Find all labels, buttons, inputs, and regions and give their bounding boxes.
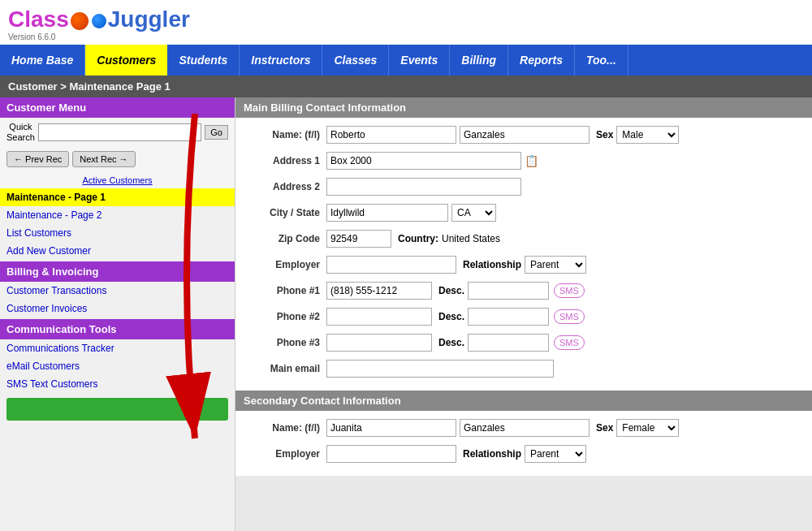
phone2-input[interactable]: [326, 308, 432, 326]
city-input[interactable]: [326, 204, 448, 222]
breadcrumb: Customer > Maintenance Page 1: [0, 76, 812, 97]
secondary-employer-label: Employer: [245, 448, 326, 460]
desc1-label: Desc.: [438, 285, 464, 296]
billing-invoicing-header: Billing & Invoicing: [0, 261, 235, 282]
prev-rec-button[interactable]: ← Prev Rec: [6, 151, 69, 167]
sidebar-link-customer-transactions[interactable]: Customer Transactions: [0, 282, 235, 300]
next-rec-button[interactable]: Next Rec →: [72, 151, 135, 167]
nav-instructors[interactable]: Instructors: [240, 45, 322, 76]
comm-tools-header: Communication Tools: [0, 319, 235, 339]
country-label: Country:: [398, 233, 438, 244]
sex-select[interactable]: Male Female Unknown: [616, 126, 679, 144]
nav-events[interactable]: Events: [389, 45, 450, 76]
phone3-label: Phone #3: [245, 337, 326, 348]
secondary-name-row: Name: (f/l) Sex Male Female Unknown: [245, 417, 802, 438]
secondary-relationship-label: Relationship: [463, 448, 521, 460]
sms3-button[interactable]: SMS: [554, 335, 585, 350]
sidebar-link-list-customers[interactable]: List Customers: [0, 224, 235, 242]
sidebar-link-maintenance1[interactable]: Maintenance - Page 1: [0, 188, 235, 206]
country-value: United States: [442, 233, 500, 244]
sidebar-link-customer-invoices[interactable]: Customer Invoices: [0, 300, 235, 317]
address-book-icon[interactable]: 📋: [525, 154, 538, 167]
employer-row: Employer Relationship Parent Guardian Se…: [245, 254, 802, 275]
phone2-desc-input[interactable]: [468, 308, 549, 326]
nav-reports[interactable]: Reports: [508, 45, 575, 76]
sms1-button[interactable]: SMS: [554, 283, 585, 298]
quick-search-button[interactable]: Go: [205, 125, 228, 140]
sidebar-link-add-customer[interactable]: Add New Customer: [0, 242, 235, 260]
relationship-select[interactable]: Parent Guardian Self Other: [525, 256, 586, 274]
bottom-green-button[interactable]: [6, 398, 228, 421]
logo-ball-icon: [71, 12, 89, 30]
name-label: Name: (f/l): [245, 129, 326, 140]
address2-row: Address 2: [245, 176, 802, 197]
secondary-sex-label: Sex: [596, 422, 613, 434]
phone2-row: Phone #2 Desc. SMS: [245, 306, 802, 327]
city-state-row: City / State CA NY TX: [245, 202, 802, 223]
secondary-sex-select[interactable]: Male Female Unknown: [616, 419, 679, 437]
employer-input[interactable]: [326, 256, 456, 274]
sidebar-link-email-customers[interactable]: eMail Customers: [0, 357, 235, 375]
active-customers-link[interactable]: Active Customers: [0, 171, 235, 188]
zip-label: Zip Code: [245, 233, 326, 244]
logo-text: ClassJuggler: [8, 6, 190, 32]
secondary-relationship-select[interactable]: Parent Guardian Self Other: [525, 445, 586, 463]
nav-tools[interactable]: Too...: [575, 45, 628, 76]
email-label: Main email: [245, 363, 326, 374]
phone1-input[interactable]: [326, 282, 432, 300]
main-billing-header: Main Billing Contact Information: [235, 97, 812, 118]
secondary-contact-form: Name: (f/l) Sex Male Female Unknown Empl…: [235, 411, 812, 476]
relationship-label: Relationship: [463, 259, 521, 270]
active-customers-anchor[interactable]: Active Customers: [82, 175, 152, 185]
secondary-name-label: Name: (f/l): [245, 422, 326, 434]
logo-ball2-icon: [92, 14, 106, 28]
phone3-desc-input[interactable]: [468, 334, 549, 352]
version-text: Version 6.6.0: [8, 32, 190, 41]
city-state-label: City / State: [245, 207, 326, 218]
main-content: Main Billing Contact Information Name: (…: [235, 97, 812, 531]
sms2-button[interactable]: SMS: [554, 309, 585, 324]
zip-country-row: Zip Code Country: United States: [245, 228, 802, 249]
sidebar: Customer Menu QuickSearch Go ← Prev Rec …: [0, 97, 235, 531]
secondary-last-name-input[interactable]: [460, 419, 590, 437]
customer-menu-header: Customer Menu: [0, 97, 235, 118]
main-layout: Customer Menu QuickSearch Go ← Prev Rec …: [0, 97, 812, 531]
zip-input[interactable]: [326, 230, 391, 248]
nav-billing[interactable]: Billing: [450, 45, 508, 76]
desc2-label: Desc.: [438, 311, 464, 322]
sidebar-link-sms-customers[interactable]: SMS Text Customers: [0, 375, 235, 393]
quick-search-input[interactable]: [38, 123, 201, 141]
secondary-first-name-input[interactable]: [326, 419, 456, 437]
secondary-employer-row: Employer Relationship Parent Guardian Se…: [245, 443, 802, 464]
name-row: Name: (f/l) Sex Male Female Unknown: [245, 124, 802, 145]
email-input[interactable]: [326, 360, 554, 378]
state-select[interactable]: CA NY TX: [451, 204, 496, 222]
first-name-input[interactable]: [326, 126, 456, 144]
nav-classes[interactable]: Classes: [322, 45, 389, 76]
phone3-row: Phone #3 Desc. SMS: [245, 332, 802, 353]
address2-label: Address 2: [245, 181, 326, 192]
nav-buttons-row: ← Prev Rec Next Rec →: [0, 147, 235, 171]
phone3-input[interactable]: [326, 334, 432, 352]
sex-label: Sex: [596, 129, 613, 140]
address2-input[interactable]: [326, 178, 521, 196]
app-header: ClassJuggler Version 6.6.0: [0, 0, 812, 45]
sidebar-link-maintenance2[interactable]: Maintenance - Page 2: [0, 206, 235, 224]
main-billing-form: Name: (f/l) Sex Male Female Unknown Addr…: [235, 118, 812, 391]
sidebar-link-comm-tracker[interactable]: Communications Tracker: [0, 339, 235, 357]
phone1-label: Phone #1: [245, 285, 326, 296]
quick-search-label: QuickSearch: [6, 122, 35, 143]
phone1-desc-input[interactable]: [468, 282, 549, 300]
secondary-contact-header: Secondary Contact Information: [235, 391, 812, 411]
logo-class: Class: [8, 6, 69, 32]
secondary-employer-input[interactable]: [326, 445, 456, 463]
nav-students[interactable]: Students: [167, 45, 240, 76]
phone2-label: Phone #2: [245, 311, 326, 322]
phone1-row: Phone #1 Desc. SMS: [245, 280, 802, 301]
nav-customers[interactable]: Customers: [85, 45, 167, 76]
last-name-input[interactable]: [460, 126, 590, 144]
logo-juggler: Juggler: [108, 6, 190, 32]
address1-row: Address 1 📋: [245, 150, 802, 171]
address1-input[interactable]: [326, 152, 521, 170]
nav-home-base[interactable]: Home Base: [0, 45, 85, 76]
